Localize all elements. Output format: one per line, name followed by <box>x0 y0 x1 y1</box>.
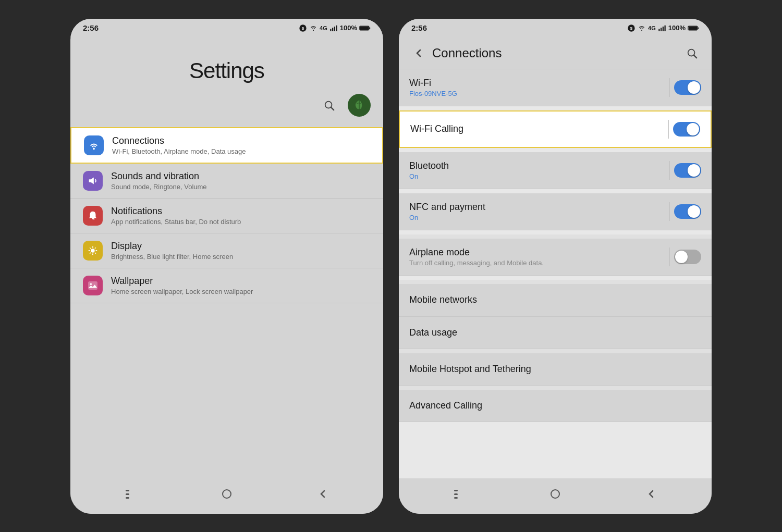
search-button[interactable] <box>319 95 339 116</box>
nav-back-1[interactable] <box>313 485 332 503</box>
data-usage-title: Data usage <box>409 327 701 338</box>
svg-point-32 <box>641 30 642 31</box>
settings-item-notifications[interactable]: Notifications App notifications, Status … <box>70 199 383 233</box>
svg-rect-42 <box>454 490 458 491</box>
advanced-calling-title: Advanced Calling <box>409 400 701 411</box>
wifi-subtitle: Fios-09NVE-5G <box>409 90 669 97</box>
connections-page-title: Connections <box>432 46 682 60</box>
connections-icon <box>84 135 104 155</box>
menu-icon-1 <box>125 489 137 499</box>
back-button[interactable] <box>409 44 428 63</box>
nfc-divider <box>669 202 670 221</box>
mobile-hotspot-item[interactable]: Mobile Hotspot and Tethering <box>399 353 712 386</box>
svg-rect-38 <box>698 27 699 29</box>
settings-search-row <box>70 94 383 127</box>
phones-container: 2:56 S 4G 100% <box>70 19 712 514</box>
nfc-title: NFC and payment <box>409 202 669 213</box>
bluetooth-toggle[interactable] <box>674 163 701 178</box>
svg-rect-33 <box>658 29 659 31</box>
nav-menu-1[interactable] <box>121 485 140 503</box>
wifi-calling-toggle-knob <box>687 123 699 135</box>
mobile-networks-item[interactable]: Mobile networks <box>399 284 712 316</box>
bluetooth-item[interactable]: Bluetooth On <box>399 152 712 189</box>
connections-header: Connections <box>399 38 712 69</box>
sounds-subtitle: Sound mode, Ringtone, Volume <box>111 183 371 191</box>
phone-settings: 2:56 S 4G 100% <box>70 19 383 514</box>
airplane-subtitle: Turn off calling, messaging, and Mobile … <box>409 259 669 267</box>
nfc-toggle[interactable] <box>674 204 701 219</box>
home-icon-1 <box>221 488 233 500</box>
wifi-section: Wi-Fi Fios-09NVE-5G <box>399 69 712 106</box>
wifi-calling-toggle-container <box>668 120 700 139</box>
connections-subtitle: Wi-Fi, Bluetooth, Airplane mode, Data us… <box>112 147 370 155</box>
sounds-icon <box>83 171 103 191</box>
profile-avatar[interactable] <box>348 94 371 117</box>
wallpaper-text: Wallpaper Home screen wallpaper, Lock sc… <box>111 276 371 295</box>
airplane-toggle[interactable] <box>674 250 701 264</box>
signal-icon-2 <box>658 25 666 31</box>
nav-menu-2[interactable] <box>450 485 469 503</box>
wifi-calling-item[interactable]: Wi-Fi Calling <box>399 110 712 148</box>
connections-search-icon <box>686 47 698 59</box>
nfc-toggle-knob <box>688 205 700 218</box>
wifi-calling-section: Wi-Fi Calling <box>399 110 712 148</box>
wifi-divider <box>669 78 670 97</box>
notifications-icon <box>83 206 103 226</box>
status-bar-1: 2:56 S 4G 100% <box>70 19 383 38</box>
svg-rect-45 <box>551 490 559 498</box>
home-icon-2 <box>549 488 561 500</box>
settings-item-sounds[interactable]: Sounds and vibration Sound mode, Rington… <box>70 164 383 199</box>
advanced-calling-item[interactable]: Advanced Calling <box>399 390 712 422</box>
wifi-text: Wi-Fi Fios-09NVE-5G <box>409 78 669 97</box>
settings-item-display[interactable]: Display Brightness, Blue light filter, H… <box>70 233 383 268</box>
connections-search-button[interactable] <box>682 44 701 63</box>
nav-home-2[interactable] <box>546 485 565 503</box>
airplane-divider <box>669 248 670 266</box>
settings-item-wallpaper[interactable]: Wallpaper Home screen wallpaper, Lock sc… <box>70 268 383 303</box>
data-usage-item[interactable]: Data usage <box>399 317 712 349</box>
settings-item-connections[interactable]: Connections Wi-Fi, Bluetooth, Airplane m… <box>70 127 383 164</box>
bluetooth-section: Bluetooth On <box>399 152 712 189</box>
airplane-item[interactable]: Airplane mode Turn off calling, messagin… <box>399 239 712 276</box>
svg-rect-6 <box>336 25 337 31</box>
status-time-2: 2:56 <box>411 23 427 32</box>
svg-rect-26 <box>126 490 129 491</box>
lte-badge-2: 4G <box>648 25 656 31</box>
svg-rect-44 <box>454 497 458 499</box>
battery-icon-2 <box>688 25 699 31</box>
settings-list: Connections Wi-Fi, Bluetooth, Airplane m… <box>70 127 383 478</box>
settings-header: Settings <box>70 38 383 94</box>
svg-rect-34 <box>661 28 662 31</box>
notifications-subtitle: App notifications, Status bar, Do not di… <box>111 218 371 226</box>
status-icons-1: S 4G 100% <box>299 24 371 32</box>
bluetooth-title: Bluetooth <box>409 160 669 171</box>
status-bar-2: 2:56 S 4G 100% <box>399 19 712 38</box>
nav-back-2[interactable] <box>642 485 661 503</box>
airplane-toggle-container <box>669 248 701 266</box>
section-divider-1 <box>399 234 712 239</box>
svg-rect-43 <box>454 493 458 495</box>
bluetooth-toggle-container <box>669 161 701 180</box>
nav-bar-2 <box>399 478 712 514</box>
battery-percent-2: 100% <box>668 24 686 32</box>
nfc-text: NFC and payment On <box>409 202 669 221</box>
wifi-toggle[interactable] <box>674 80 701 95</box>
battery-percent-1: 100% <box>340 24 357 32</box>
svg-line-22 <box>95 248 96 249</box>
airplane-title: Airplane mode <box>409 247 669 258</box>
airplane-section: Airplane mode Turn off calling, messagin… <box>399 239 712 276</box>
mobile-hotspot-title: Mobile Hotspot and Tethering <box>409 364 701 375</box>
bluetooth-text: Bluetooth On <box>409 160 669 180</box>
shazam-icon-2: S <box>627 24 636 32</box>
svg-rect-3 <box>330 29 331 31</box>
display-icon <box>83 241 103 261</box>
leaf-icon <box>350 96 369 115</box>
nfc-item[interactable]: NFC and payment On <box>399 193 712 230</box>
wifi-calling-divider <box>668 120 669 139</box>
wifi-item[interactable]: Wi-Fi Fios-09NVE-5G <box>399 69 712 106</box>
settings-title: Settings <box>83 58 371 83</box>
wifi-calling-toggle[interactable] <box>673 122 700 137</box>
nav-home-1[interactable] <box>217 485 236 503</box>
display-text: Display Brightness, Blue light filter, H… <box>111 241 371 261</box>
svg-point-13 <box>93 147 95 150</box>
